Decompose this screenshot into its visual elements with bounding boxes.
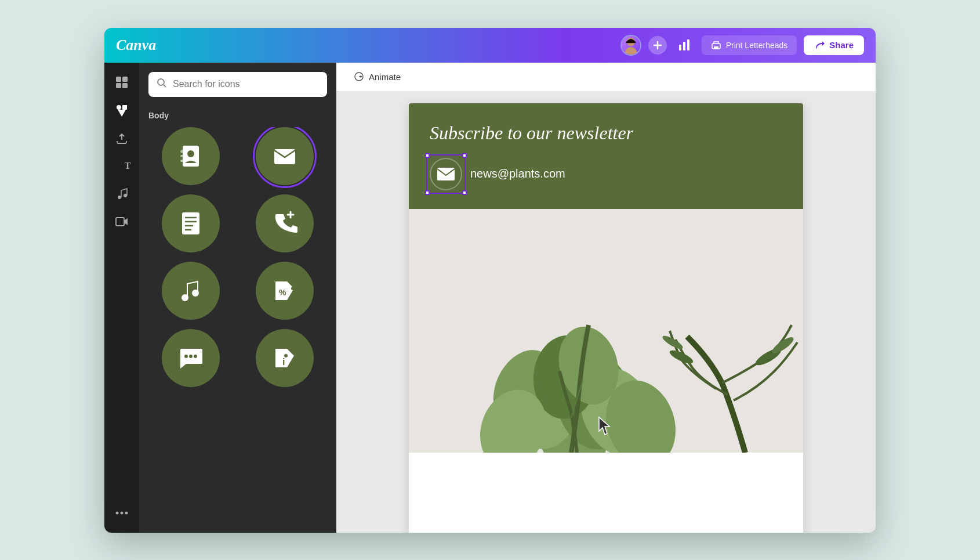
svg-rect-22: [180, 150, 184, 153]
logo: Canva: [116, 37, 156, 54]
header: Canva: [104, 28, 876, 63]
svg-rect-9: [116, 83, 121, 88]
svg-point-17: [116, 511, 119, 514]
svg-rect-24: [180, 160, 184, 162]
svg-text:i: i: [282, 357, 285, 367]
svg-point-15: [124, 194, 127, 197]
icon-email[interactable]: [256, 127, 314, 185]
svg-rect-8: [122, 77, 128, 82]
svg-rect-10: [122, 83, 128, 88]
newsletter-email-row: news@plants.com: [430, 158, 782, 190]
svg-text:%: %: [279, 288, 286, 297]
section-label: Body: [139, 106, 336, 127]
sidebar-item-uploads[interactable]: [109, 125, 135, 151]
svg-point-37: [189, 355, 193, 358]
svg-point-18: [121, 511, 124, 514]
icon-phone-add[interactable]: [256, 194, 314, 252]
svg-point-20: [158, 79, 164, 85]
svg-rect-6: [714, 46, 718, 49]
handle-bl[interactable]: [425, 190, 430, 195]
sidebar-item-more[interactable]: [109, 500, 135, 526]
canvas-toolbar: Animate: [336, 63, 876, 92]
svg-point-36: [184, 355, 188, 358]
svg-rect-2: [679, 45, 681, 50]
canvas-scroll[interactable]: Subscribe to our newsletter: [336, 92, 876, 533]
share-button[interactable]: Share: [804, 35, 864, 55]
print-letterheads-button[interactable]: Print Letterheads: [702, 35, 797, 55]
svg-rect-4: [687, 39, 689, 50]
main-area: T: [104, 63, 876, 533]
svg-rect-3: [683, 42, 685, 50]
svg-rect-16: [116, 218, 124, 226]
sidebar-item-video[interactable]: [109, 209, 135, 234]
svg-point-33: [192, 290, 199, 297]
email-icon-container[interactable]: [430, 158, 462, 190]
svg-marker-13: [118, 110, 126, 117]
svg-rect-23: [180, 155, 184, 157]
selection-box: [426, 154, 466, 194]
icon-percent-tag[interactable]: %: [256, 262, 314, 320]
print-btn-label: Print Letterheads: [726, 41, 788, 50]
handle-br[interactable]: [462, 190, 467, 195]
icon-music[interactable]: [162, 262, 220, 320]
share-btn-label: Share: [829, 40, 854, 50]
plant-image: [409, 209, 803, 453]
email-address: news@plants.com: [470, 167, 565, 180]
svg-point-0: [625, 47, 637, 55]
analytics-button[interactable]: [674, 35, 695, 56]
newsletter-banner: Subscribe to our newsletter: [409, 103, 803, 209]
icon-info[interactable]: i: [256, 329, 314, 387]
svg-rect-27: [182, 212, 199, 234]
svg-point-11: [117, 105, 121, 110]
sidebar-item-templates[interactable]: [109, 70, 135, 95]
svg-point-34: [291, 287, 295, 290]
svg-point-14: [118, 196, 121, 199]
add-to-team-button[interactable]: [648, 36, 667, 55]
svg-rect-12: [122, 105, 127, 110]
handle-tr[interactable]: [462, 153, 467, 158]
sidebar-item-audio[interactable]: [109, 181, 135, 207]
icon-chat[interactable]: [162, 329, 220, 387]
svg-point-32: [182, 294, 188, 301]
app-window: Canva: [104, 28, 876, 533]
avatar-image: [622, 36, 640, 55]
design-page: Subscribe to our newsletter: [409, 103, 803, 533]
search-area: [139, 63, 336, 106]
canvas-area: Animate Subscribe to our newsletter: [336, 63, 876, 533]
svg-rect-7: [116, 77, 121, 82]
avatar[interactable]: [620, 35, 641, 56]
animate-button[interactable]: Animate: [348, 68, 406, 85]
newsletter-title: Subscribe to our newsletter: [430, 122, 782, 144]
sidebar-item-elements[interactable]: [109, 97, 135, 123]
icons-grid: % i: [139, 127, 336, 387]
svg-point-25: [187, 150, 194, 157]
svg-point-38: [194, 355, 197, 358]
search-box[interactable]: [148, 72, 327, 97]
icon-notes[interactable]: [162, 194, 220, 252]
sidebar-item-text[interactable]: T: [109, 153, 135, 179]
elements-panel: Body: [139, 63, 336, 533]
animate-label: Animate: [369, 72, 401, 82]
sidebar: T: [104, 63, 139, 533]
svg-point-19: [125, 511, 128, 514]
search-input[interactable]: [173, 79, 319, 89]
search-icon: [157, 78, 167, 91]
handle-tl[interactable]: [425, 153, 430, 158]
icon-contact-book[interactable]: [162, 127, 220, 185]
